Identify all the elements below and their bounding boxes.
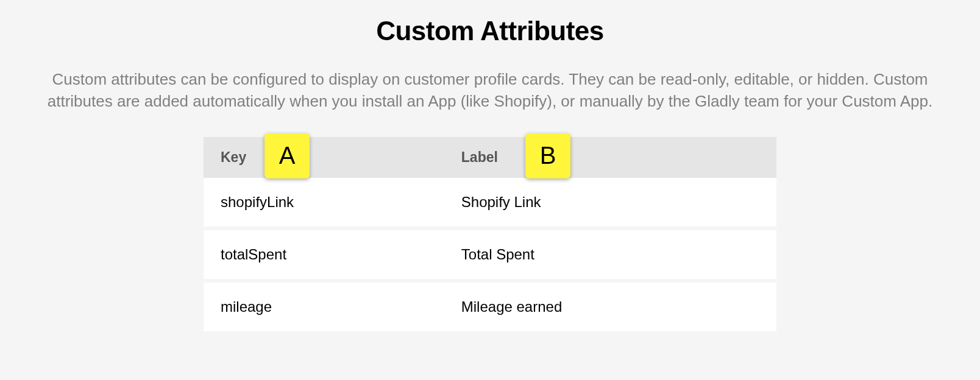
annotation-b: B xyxy=(525,133,570,178)
page-container: Custom Attributes Custom attributes can … xyxy=(18,16,962,331)
cell-key: shopifyLink xyxy=(204,178,444,228)
page-description: Custom attributes can be configured to d… xyxy=(18,68,962,113)
cell-label: Shopify Link xyxy=(444,178,776,228)
cell-label: Total Spent xyxy=(444,228,776,281)
cell-key: totalSpent xyxy=(204,228,444,281)
table-row: totalSpent Total Spent xyxy=(204,228,776,281)
table-header-key: Key xyxy=(204,137,444,178)
table-header-label: Label xyxy=(444,137,776,178)
page-title: Custom Attributes xyxy=(18,16,962,46)
annotation-a: A xyxy=(265,133,310,178)
cell-key: mileage xyxy=(204,281,444,331)
table-row: mileage Mileage earned xyxy=(204,281,776,331)
table-wrapper: A B Key Label shopifyLink Shopify Link t… xyxy=(204,137,776,331)
cell-label: Mileage earned xyxy=(444,281,776,331)
table-row: shopifyLink Shopify Link xyxy=(204,178,776,228)
